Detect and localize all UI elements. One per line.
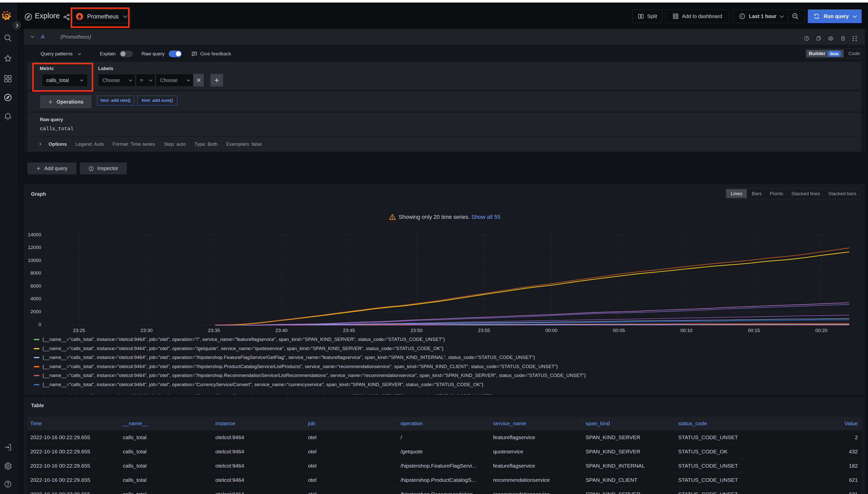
svg-text:12000: 12000	[28, 245, 41, 250]
svg-text:00:00: 00:00	[545, 328, 558, 333]
svg-text:10000: 10000	[28, 258, 41, 263]
svg-text:2000: 2000	[31, 309, 41, 314]
svg-text:23:30: 23:30	[141, 328, 153, 333]
svg-text:23:35: 23:35	[208, 328, 220, 333]
svg-text:4000: 4000	[31, 296, 41, 301]
svg-text:23:40: 23:40	[275, 328, 288, 333]
svg-text:23:55: 23:55	[478, 328, 490, 333]
svg-text:00:15: 00:15	[748, 328, 760, 333]
svg-text:23:25: 23:25	[73, 328, 85, 333]
svg-text:6000: 6000	[31, 283, 41, 289]
svg-text:23:45: 23:45	[343, 328, 355, 333]
svg-text:00:10: 00:10	[681, 328, 693, 333]
svg-text:14000: 14000	[28, 232, 41, 238]
svg-text:00:05: 00:05	[613, 328, 625, 333]
svg-text:0: 0	[38, 322, 41, 327]
svg-text:00:20: 00:20	[815, 328, 828, 333]
svg-text:23:50: 23:50	[410, 328, 422, 333]
svg-text:8000: 8000	[31, 270, 41, 276]
